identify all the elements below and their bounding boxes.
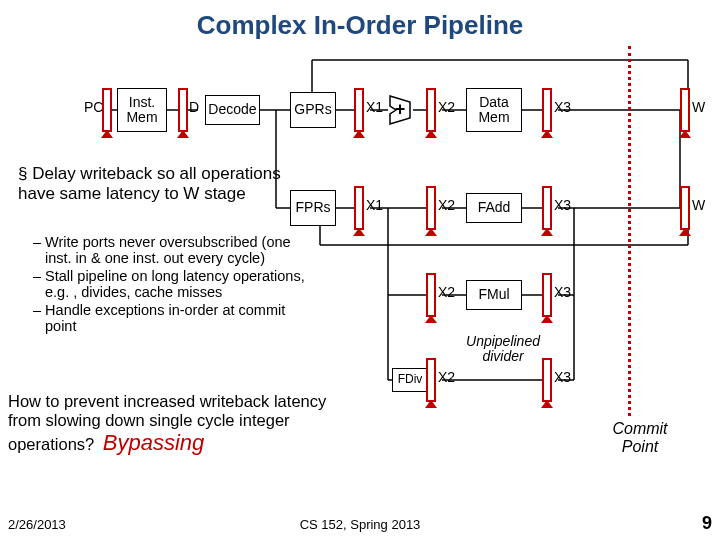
sub-write-ports: – Write ports never oversubscribed (one …	[45, 234, 320, 266]
inst-mem: Inst. Mem	[117, 88, 167, 132]
x3-fdiv: X3	[554, 370, 571, 385]
x2-fadd: X2	[438, 198, 455, 213]
reg-x2-fadd	[426, 186, 436, 230]
x1-int: X1	[366, 100, 383, 115]
fadd-box: FAdd	[466, 193, 522, 223]
w-int: W	[692, 100, 705, 115]
question-text: How to prevent increased writeback laten…	[8, 392, 340, 456]
sub-stall-text: Stall pipeline on long latency operation…	[45, 268, 305, 300]
reg-x3-fadd	[542, 186, 552, 230]
sub-write-ports-text: Write ports never oversubscribed (one in…	[45, 234, 291, 266]
fdiv-box: FDiv	[392, 368, 428, 392]
x1-fp: X1	[366, 198, 383, 213]
reg-pc	[102, 88, 112, 132]
sub-stall: – Stall pipeline on long latency operati…	[45, 268, 320, 300]
reg-x2-fmul	[426, 273, 436, 317]
bypassing-answer: Bypassing	[103, 430, 205, 455]
commit-point-label: Commit Point	[600, 420, 680, 455]
x3-fmul: X3	[554, 285, 571, 300]
data-mem: Data Mem	[466, 88, 522, 132]
alu-plus: +	[393, 100, 407, 118]
fmul-box: FMul	[466, 280, 522, 310]
slide-title: Complex In-Order Pipeline	[0, 10, 720, 41]
reg-x1-fp	[354, 186, 364, 230]
commit-point-line	[628, 46, 631, 416]
x3-fadd: X3	[554, 198, 571, 213]
unpipelined-divider-label: Unpipelined divider	[458, 334, 548, 363]
reg-x3-fmul	[542, 273, 552, 317]
footer-page-number: 9	[702, 513, 712, 534]
d-label: D	[189, 100, 199, 115]
x3-int: X3	[554, 100, 571, 115]
w-fp: W	[692, 198, 705, 213]
reg-x1-int	[354, 88, 364, 132]
reg-w-int	[680, 88, 690, 132]
reg-w-fp	[680, 186, 690, 230]
pc-label: PC	[84, 100, 103, 115]
x2-fdiv: X2	[438, 370, 455, 385]
sub-exceptions: – Handle exceptions in-order at commit p…	[45, 302, 320, 334]
bullet-delay-writeback-text: Delay writeback so all operations have s…	[18, 164, 281, 203]
bullet-delay-writeback: § Delay writeback so all operations have…	[18, 164, 290, 204]
x2-fmul: X2	[438, 285, 455, 300]
reg-d	[178, 88, 188, 132]
x2-int: X2	[438, 100, 455, 115]
decode-box: Decode	[205, 95, 260, 125]
reg-x3-int	[542, 88, 552, 132]
footer-course: CS 152, Spring 2013	[0, 517, 720, 532]
reg-x2-int	[426, 88, 436, 132]
fprs-box: FPRs	[290, 190, 336, 226]
reg-x3-fdiv	[542, 358, 552, 402]
gprs-box: GPRs	[290, 92, 336, 128]
sub-exceptions-text: Handle exceptions in-order at commit poi…	[45, 302, 285, 334]
reg-x2-fdiv	[426, 358, 436, 402]
